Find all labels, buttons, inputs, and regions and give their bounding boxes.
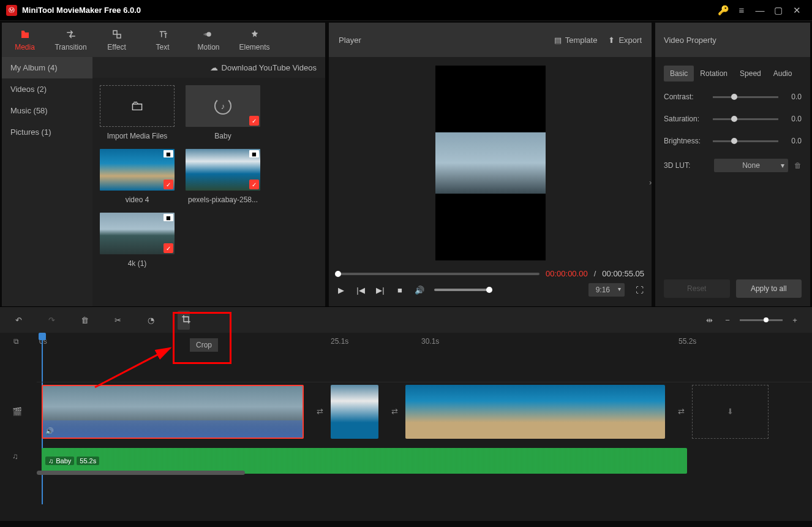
video-icon: ■ [164,214,173,221]
transition-icon[interactable]: ⇄ [311,403,328,420]
fullscreen-button[interactable]: ⛶ [634,286,644,295]
app-title: MiniTool MovieMaker Free 6.0.0 [22,6,714,15]
stop-button[interactable]: ■ [395,286,405,295]
delete-button[interactable]: 🗑 [78,316,91,325]
volume-slider[interactable] [434,289,489,291]
music-icon: ♫ [48,457,53,464]
svg-rect-1 [117,34,121,38]
time-total: 00:00:55.05 [602,269,644,278]
check-icon: ✓ [249,180,259,189]
video-icon: ■ [249,150,259,157]
minimize-icon[interactable]: — [751,5,769,15]
app-logo-icon: Ⓜ [6,5,17,16]
audio-clip[interactable]: ♫ Baby 55.2s [42,448,687,474]
tab-media[interactable]: Media [2,23,48,57]
zoom-out-button[interactable]: − [721,316,734,325]
media-item-baby[interactable]: ♪ ✓ Baby [186,85,260,140]
svg-rect-0 [113,31,117,34]
prop-tab-speed[interactable]: Speed [734,66,767,82]
media-item-pexels[interactable]: ■ ✓ pexels-pixabay-258... [186,149,260,204]
next-frame-button[interactable]: ▶| [375,286,385,295]
saturation-value: 0.0 [783,115,802,123]
timeline-clip-1[interactable]: 🔊 [42,385,304,439]
media-item-video4[interactable]: ■ ✓ video 4 [100,149,175,204]
zoom-slider[interactable] [740,319,783,321]
contrast-value: 0.0 [783,93,802,101]
video-preview[interactable] [435,66,546,260]
collapse-icon[interactable]: › [649,177,652,186]
check-icon: ✓ [249,116,259,126]
crop-button[interactable] [178,311,190,330]
title-bar: Ⓜ MiniTool MovieMaker Free 6.0.0 🔑 ≡ — ▢… [0,0,812,21]
contrast-label: Contrast: [664,93,708,101]
player-title: Player [339,36,543,45]
prev-frame-button[interactable]: |◀ [356,286,366,295]
download-youtube-button[interactable]: ☁ Download YouTube Videos [92,57,325,78]
template-button[interactable]: ▤ Template [554,36,598,45]
transition-icon[interactable]: ⇄ [672,403,690,420]
brightness-value: 0.0 [783,137,802,145]
player-panel: Player ▤ Template ⬆ Export 00:00:00.00 /… [329,23,652,306]
maximize-icon[interactable]: ▢ [769,5,788,16]
transition-icon[interactable]: ⇄ [386,403,403,420]
property-panel: Video Property › Basic Rotation Speed Au… [655,23,810,306]
time-current: 00:00:00.00 [546,269,588,278]
check-icon: ✓ [164,180,173,189]
timeline-clip-3[interactable] [405,385,665,439]
sidebar-item-myalbum[interactable]: My Album (4) [2,57,92,78]
undo-button[interactable]: ↶ [12,316,24,325]
split-button[interactable]: ✂ [111,316,124,325]
contrast-slider[interactable] [713,96,778,98]
horizontal-scrollbar[interactable] [37,471,245,475]
top-tabs: Media Transition Effect Text Motion Elem… [2,23,325,57]
property-title: Video Property [655,23,810,57]
tab-transition[interactable]: Transition [48,23,94,57]
cloud-download-icon: ☁ [210,63,218,72]
timeline-ruler[interactable]: ⧉ 0s 25.1s 30.1s 55.2s [0,333,812,350]
media-item-4k[interactable]: ■ ✓ 4k (1) [100,213,175,268]
track-toggle-icon[interactable]: ⧉ [13,337,19,346]
tab-motion[interactable]: Motion [186,23,231,57]
prop-tab-rotation[interactable]: Rotation [694,66,734,82]
tab-text[interactable]: Text [140,23,186,57]
audio-track-icon: ♫ [12,452,18,461]
video-track: 🎬 🔊 ⇄ ⇄ ⇄ ⬇ [37,382,812,441]
saturation-label: Saturation: [664,115,708,123]
zoom-in-button[interactable]: + [789,316,801,325]
timeline-clip-2[interactable] [331,385,378,439]
trash-icon[interactable]: 🗑 [794,161,802,170]
prop-tab-audio[interactable]: Audio [767,66,799,82]
import-media-button[interactable]: 🗀 Import Media Files [100,85,175,140]
snap-icon[interactable]: ⇹ [703,316,715,325]
media-panel: Media Transition Effect Text Motion Elem… [2,23,325,306]
key-icon[interactable]: 🔑 [714,5,732,16]
sidebar-item-music[interactable]: Music (58) [2,100,92,121]
volume-icon[interactable]: 🔊 [415,286,424,295]
timeline-panel: ↶ ↷ 🗑 ✂ ◔ ⇹ − + ⧉ 0s 25.1s 30.1s 55.2s 🎬 [0,306,812,521]
close-icon[interactable]: ✕ [788,5,806,16]
menu-icon[interactable]: ≡ [732,5,751,15]
tab-elements[interactable]: Elements [231,23,277,57]
video-icon: ■ [164,150,173,157]
video-track-icon: 🎬 [12,407,22,416]
export-button[interactable]: ⬆ Export [608,36,642,45]
reset-button[interactable]: Reset [664,279,730,298]
music-note-icon: ♪ [214,97,231,115]
lut-dropdown[interactable]: None [714,159,788,172]
sidebar-item-pictures[interactable]: Pictures (1) [2,121,92,143]
speed-button[interactable]: ◔ [145,316,157,325]
apply-all-button[interactable]: Apply to all [736,279,802,298]
seek-bar[interactable] [336,273,539,275]
check-icon: ✓ [164,243,173,253]
lut-label: 3D LUT: [664,161,708,170]
sidebar-item-videos[interactable]: Videos (2) [2,78,92,100]
prop-tab-basic[interactable]: Basic [664,66,694,82]
tab-effect[interactable]: Effect [94,23,140,57]
saturation-slider[interactable] [713,118,778,120]
redo-button[interactable]: ↷ [45,316,58,325]
brightness-slider[interactable] [713,140,778,142]
empty-clip-slot[interactable]: ⬇ [692,385,769,439]
play-button[interactable]: ▶ [336,286,346,295]
timeline-toolbar: ↶ ↷ 🗑 ✂ ◔ ⇹ − + [0,307,812,333]
aspect-ratio-dropdown[interactable]: 9:16 [588,283,625,297]
